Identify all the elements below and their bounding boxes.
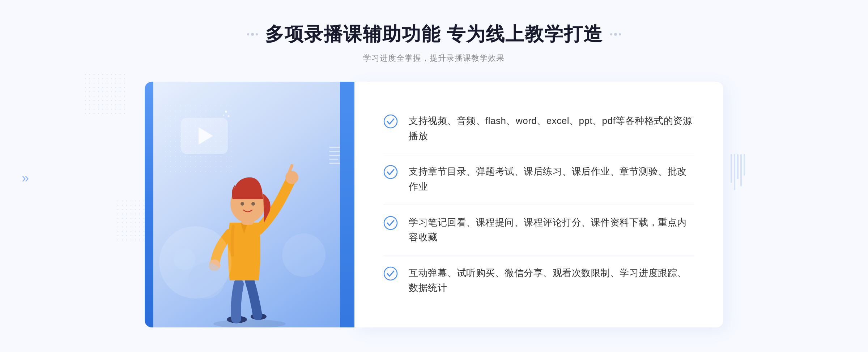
feature-text-3: 学习笔记回看、课程提问、课程评论打分、课件资料下载，重点内容收藏 — [409, 215, 694, 245]
header-section: 多项录播课辅助功能 专为线上教学打造 学习进度全掌握，提升录播课教学效果 — [247, 22, 621, 64]
check-icon-4 — [383, 266, 398, 281]
feature-item-2: 支持章节目录、弹题考试、课后练习、课后作业、章节测验、批改作业 — [383, 154, 694, 205]
circle-decoration-2 — [282, 233, 326, 277]
svg-point-11 — [251, 202, 255, 206]
svg-point-13 — [384, 166, 397, 179]
svg-point-6 — [285, 171, 298, 184]
feature-text-2: 支持章节目录、弹题考试、课后练习、课后作业、章节测验、批改作业 — [409, 164, 694, 194]
subtitle: 学习进度全掌握，提升录播课教学效果 — [247, 53, 621, 64]
svg-point-2 — [228, 115, 230, 117]
svg-point-0 — [225, 111, 227, 113]
page-container: » 多项录播课辅助功能 专为线上教学打造 学习进度全掌握，提升录播课教学效果 — [0, 0, 868, 352]
side-bar — [145, 82, 153, 327]
stripes-decoration — [731, 154, 745, 190]
chevron-left-icon: » — [22, 171, 29, 186]
svg-point-12 — [384, 115, 397, 128]
check-icon-2 — [383, 165, 398, 179]
illustration-panel — [145, 82, 354, 327]
sparkle — [221, 109, 231, 121]
accent-bar — [340, 82, 354, 327]
svg-point-1 — [223, 115, 224, 116]
features-panel: 支持视频、音频、flash、word、excel、ppt、pdf等各种格式的资源… — [354, 82, 723, 327]
main-title: 多项录播课辅助功能 专为线上教学打造 — [265, 22, 603, 47]
feature-item-1: 支持视频、音频、flash、word、excel、ppt、pdf等各种格式的资源… — [383, 103, 694, 154]
svg-point-10 — [241, 202, 244, 206]
svg-point-15 — [384, 267, 397, 280]
dot-pattern-1 — [83, 72, 127, 116]
title-row: 多项录播课辅助功能 专为线上教学打造 — [247, 22, 621, 47]
check-icon-3 — [383, 216, 398, 230]
feature-text-4: 互动弹幕、试听购买、微信分享、观看次数限制、学习进度跟踪、数据统计 — [409, 266, 694, 296]
feature-text-1: 支持视频、音频、flash、word、excel、ppt、pdf等各种格式的资源… — [409, 113, 694, 143]
feature-item-3: 学习笔记回看、课程提问、课程评论打分、课件资料下载，重点内容收藏 — [383, 205, 694, 256]
svg-point-14 — [384, 216, 397, 229]
dots-left — [247, 33, 258, 36]
outside-circle-1 — [188, 262, 224, 299]
svg-point-3 — [213, 319, 286, 327]
dots-right — [610, 33, 621, 36]
check-icon-1 — [383, 114, 398, 129]
outside-circle-2 — [174, 248, 195, 270]
content-area: 支持视频、音频、flash、word、excel、ppt、pdf等各种格式的资源… — [145, 82, 723, 327]
feature-item-4: 互动弹幕、试听购买、微信分享、观看次数限制、学习进度跟踪、数据统计 — [383, 256, 694, 306]
